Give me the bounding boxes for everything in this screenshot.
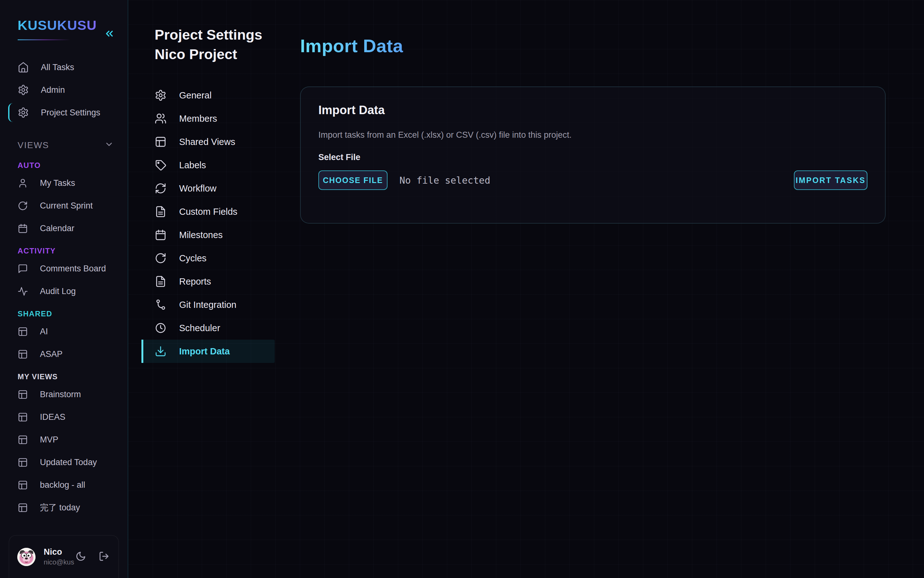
activity-icon [18,286,28,297]
user-meta: Nico nico@kus… [44,547,74,567]
settings-item-labels[interactable]: Labels [141,153,275,177]
settings-item-label: Import Data [179,346,230,357]
settings-item-cycles[interactable]: Cycles [141,247,275,270]
settings-item-label: Custom Fields [179,206,237,217]
main-panel: Import Data Import Data Import tasks fro… [275,0,924,578]
settings-item-members[interactable]: Members [141,107,275,130]
sidebar-item-my-tasks[interactable]: My Tasks [0,172,128,194]
avatar[interactable] [17,548,36,566]
sidebar-item-comments-board[interactable]: Comments Board [0,257,128,280]
user-card: Nico nico@kus… [9,535,119,578]
settings-panel: Project Settings Nico Project GeneralMem… [141,0,275,578]
group-title-shared: SHARED [0,308,128,320]
sidebar-item-audit-log[interactable]: Audit Log [0,280,128,302]
clock-icon [155,322,167,334]
settings-item-label: Cycles [179,253,207,263]
sidebar-item-updated-today[interactable]: Updated Today [0,451,128,474]
sidebar-group-activity: ACTIVITYComments BoardAudit Log [0,245,128,302]
home-icon [18,62,29,73]
settings-item-label: Git Integration [179,300,236,310]
sidebar-item-mvp[interactable]: MVP [0,428,128,451]
user-actions [74,550,110,563]
rotate-icon [155,252,167,264]
sidebar-item-ideas[interactable]: IDEAS [0,406,128,428]
file-text-icon [155,276,167,287]
user-email: nico@kus… [44,558,74,567]
theme-toggle-button[interactable] [74,550,87,563]
settings-item-label: General [179,90,212,101]
sidebar-item-ai[interactable]: AI [0,320,128,343]
sidebar-item-label: Audit Log [40,286,76,296]
sidebar-item-all-tasks[interactable]: All Tasks [0,56,128,79]
sidebar-item-asap[interactable]: ASAP [0,343,128,365]
layout-icon [18,389,28,400]
card-description: Import tasks from an Excel (.xlsx) or CS… [318,130,867,140]
layout-icon [18,435,28,445]
group-title-activity: ACTIVITY [0,245,128,257]
refresh-icon [155,182,167,194]
group-title-my-views: MY VIEWS [0,370,128,383]
layout-icon [18,349,28,359]
settings-item-general[interactable]: General [141,84,275,107]
settings-item-scheduler[interactable]: Scheduler [141,317,275,339]
sidebar-group-shared: SHAREDAIASAP [0,308,128,365]
sidebar-item-label: Comments Board [40,264,106,274]
sidebar-item-admin[interactable]: Admin [0,79,128,101]
sidebar-item-label: Calendar [40,224,74,233]
gear-icon [18,84,29,96]
logout-icon [99,558,109,563]
tag-icon [155,159,167,171]
settings-item-label: Labels [179,160,206,170]
settings-item-label: Workflow [179,183,217,194]
sidebar-item-backlog-all[interactable]: backlog - all [0,474,128,496]
select-file-label: Select File [318,153,867,162]
rotate-icon [18,201,28,211]
sidebar-item-today[interactable]: 完了 today [0,496,128,519]
git-branch-icon [155,299,167,311]
settings-item-milestones[interactable]: Milestones [141,223,275,247]
settings-item-label: Reports [179,276,211,287]
sidebar-item-project-settings[interactable]: Project Settings [0,101,128,124]
sidebar-item-label: ASAP [40,349,63,359]
logo-underline [18,39,70,40]
sidebar-item-current-sprint[interactable]: Current Sprint [0,194,128,217]
settings-item-workflow[interactable]: Workflow [141,177,275,200]
calendar-icon [18,223,28,234]
settings-item-shared-views[interactable]: Shared Views [141,130,275,153]
sidebar-item-brainstorm[interactable]: Brainstorm [0,383,128,406]
layout-icon [18,412,28,422]
layout-icon [18,480,28,490]
logout-button[interactable] [98,550,110,563]
sidebar-group-auto: AUTOMy TasksCurrent SprintCalendar [0,159,128,240]
logo-block: KUSUKUSU [0,0,128,40]
app-sidebar: KUSUKUSU All TasksAdminProject Settings … [0,0,128,578]
settings-item-git-integration[interactable]: Git Integration [141,293,275,317]
sidebar-collapse-button[interactable] [102,27,116,41]
sidebar-item-calendar[interactable]: Calendar [0,217,128,240]
sidebar-item-label: Brainstorm [40,390,81,399]
import-tasks-button[interactable]: IMPORT TASKS [794,170,867,190]
settings-item-import-data[interactable]: Import Data [141,339,275,363]
settings-title-line1: Project Settings [155,27,262,43]
layout-icon [155,136,167,148]
sidebar-item-label: My Tasks [40,178,75,188]
users-icon [155,113,167,125]
moon-icon [75,558,86,563]
choose-file-button[interactable]: CHOOSE FILE [318,170,387,190]
sidebar-group-my-views: MY VIEWSBrainstormIDEASMVPUpdated Todayb… [0,370,128,519]
settings-item-custom-fields[interactable]: Custom Fields [141,200,275,223]
gear-icon [155,89,167,101]
settings-nav: GeneralMembersShared ViewsLabelsWorkflow… [141,84,275,363]
layout-icon [18,503,28,513]
content-area: Project Settings Nico Project GeneralMem… [128,0,924,578]
settings-item-label: Milestones [179,230,223,240]
views-section-label: VIEWS [18,140,49,150]
sidebar-item-label: MVP [40,435,58,445]
sidebar-item-label: backlog - all [40,480,85,490]
file-row: CHOOSE FILE No file selected IMPORT TASK… [318,170,867,190]
settings-item-reports[interactable]: Reports [141,270,275,293]
import-data-card: Import Data Import tasks from an Excel (… [300,86,886,224]
views-section-header[interactable]: VIEWS [0,136,128,154]
chevron-down-icon [104,140,114,151]
user-name: Nico [44,547,74,557]
